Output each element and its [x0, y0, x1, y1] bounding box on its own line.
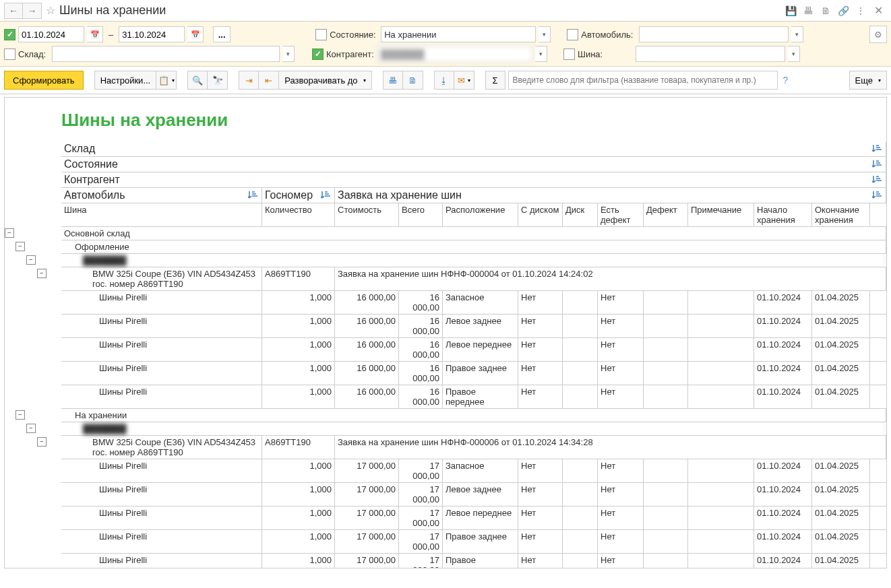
- tree-toggle[interactable]: −: [16, 410, 25, 420]
- request-cell[interactable]: Заявка на хранение шин НФНФ-000006 от 01…: [335, 436, 886, 459]
- car-dropdown-icon[interactable]: ▾: [791, 26, 803, 42]
- tire-name[interactable]: Шины Pirelli: [61, 291, 262, 314]
- tire-field[interactable]: [636, 46, 785, 62]
- tire-start: 01.10.2024: [754, 459, 812, 482]
- tire-name[interactable]: Шины Pirelli: [61, 459, 262, 482]
- storage-field[interactable]: [52, 46, 280, 62]
- save-button[interactable]: ⭳: [434, 71, 454, 90]
- sort-icon[interactable]: [872, 143, 883, 155]
- nav-forward-button[interactable]: →: [23, 3, 42, 19]
- expand-to-button[interactable]: Разворачивать до ▾: [279, 71, 371, 90]
- tire-hasdefect: Нет: [598, 362, 644, 385]
- tree-toggle[interactable]: −: [37, 437, 47, 447]
- find-next-button[interactable]: 🔭: [208, 71, 228, 90]
- tire-total: 17 000,00: [399, 507, 443, 529]
- period-ellipsis-button[interactable]: ...: [213, 26, 231, 42]
- tree-toggle[interactable]: −: [16, 242, 25, 251]
- tire-start: 01.10.2024: [754, 291, 812, 314]
- tree-toggle[interactable]: −: [26, 255, 36, 265]
- tire-name[interactable]: Шины Pirelli: [61, 315, 262, 337]
- more-vertical-icon[interactable]: ⋮: [853, 3, 868, 18]
- storage-dropdown-icon[interactable]: ▾: [282, 46, 295, 62]
- contragent-group[interactable]: ███████: [61, 254, 886, 267]
- tire-hasdefect: Нет: [598, 459, 644, 482]
- state-dropdown-icon[interactable]: ▾: [539, 26, 551, 42]
- save-icon[interactable]: 💾: [783, 3, 798, 18]
- tire-name[interactable]: Шины Pirelli: [61, 530, 262, 553]
- storage-group[interactable]: Основной склад: [61, 227, 886, 240]
- state-checkbox[interactable]: [315, 29, 327, 40]
- contragent-group[interactable]: ███████: [61, 422, 886, 435]
- tree-toggle[interactable]: −: [26, 424, 36, 433]
- tire-end: 01.04.2025: [812, 385, 870, 408]
- tire-hasdefect: Нет: [598, 530, 644, 553]
- tire-dropdown-icon[interactable]: ▾: [788, 46, 800, 62]
- report-area[interactable]: Шины на хранении Склад Состояние Контраг…: [4, 97, 887, 568]
- preview-icon[interactable]: 🗎: [818, 3, 833, 18]
- tire-start: 01.10.2024: [754, 315, 812, 337]
- tire-name[interactable]: Шины Pirelli: [61, 338, 262, 361]
- sort-icon[interactable]: [321, 189, 332, 201]
- sort-icon[interactable]: [248, 189, 259, 201]
- favorite-star-icon[interactable]: ☆: [46, 4, 55, 17]
- sort-icon[interactable]: [872, 174, 883, 186]
- state-group[interactable]: Оформление: [61, 240, 886, 253]
- storage-checkbox[interactable]: [4, 48, 16, 60]
- tire-defect: [644, 554, 688, 568]
- state-field[interactable]: На хранении: [381, 26, 536, 42]
- state-label: Состояние:: [330, 30, 378, 40]
- sort-icon[interactable]: [872, 158, 883, 170]
- date-to-input[interactable]: [119, 26, 185, 42]
- more-button[interactable]: Еще ▾: [849, 71, 887, 90]
- filter-settings-button[interactable]: ⚙: [869, 26, 887, 43]
- sum-button[interactable]: Σ: [485, 71, 505, 90]
- tire-name[interactable]: Шины Pirelli: [61, 483, 262, 506]
- tire-qty: 1,000: [262, 385, 335, 408]
- tree-toggle[interactable]: −: [37, 269, 47, 278]
- tree-toggle[interactable]: −: [5, 228, 14, 238]
- variants-button[interactable]: 📋▾: [156, 71, 177, 90]
- calendar-to-icon[interactable]: 📅: [187, 26, 204, 42]
- contragent-field[interactable]: ███████: [377, 46, 532, 62]
- tire-checkbox[interactable]: [563, 48, 575, 60]
- print-icon[interactable]: 🖶: [801, 3, 816, 18]
- filter-input[interactable]: [508, 71, 778, 90]
- date-from-input[interactable]: [18, 26, 84, 42]
- send-mail-button[interactable]: ✉▾: [454, 71, 474, 90]
- car-checkbox[interactable]: [567, 29, 578, 40]
- tire-disk: [563, 385, 598, 408]
- close-icon[interactable]: ✕: [871, 3, 886, 18]
- filter-panel: 📅 – 📅 ... Состояние: На хранении ▾ Автом…: [0, 22, 891, 67]
- car-cell[interactable]: BMW 325i Coupe (E36) VIN AD5434Z453 гос.…: [61, 436, 262, 459]
- settings-button[interactable]: Настройки...: [94, 71, 157, 90]
- car-cell[interactable]: BMW 325i Coupe (E36) VIN AD5434Z453 гос.…: [61, 267, 262, 290]
- tire-defect: [644, 315, 688, 337]
- tire-name[interactable]: Шины Pirelli: [61, 507, 262, 529]
- collapse-all-button[interactable]: ⇥: [239, 71, 259, 90]
- tire-note: [688, 554, 754, 568]
- find-button[interactable]: 🔍: [187, 71, 208, 90]
- car-field[interactable]: [639, 26, 789, 42]
- download-icon: ⭳: [439, 75, 448, 86]
- tire-name[interactable]: Шины Pirelli: [61, 554, 262, 568]
- period-checkbox[interactable]: [4, 29, 16, 40]
- nav-back-button[interactable]: ←: [4, 3, 23, 19]
- tire-name[interactable]: Шины Pirelli: [61, 362, 262, 385]
- expand-all-button[interactable]: ⇤: [259, 71, 279, 90]
- state-group[interactable]: На хранении: [61, 409, 886, 422]
- print-preview-button[interactable]: 🗎: [403, 71, 423, 90]
- sort-icon[interactable]: [872, 189, 883, 201]
- print-button[interactable]: 🖶: [383, 71, 403, 90]
- help-icon[interactable]: ?: [783, 75, 789, 86]
- contragent-checkbox[interactable]: [312, 48, 324, 60]
- link-icon[interactable]: 🔗: [836, 3, 851, 18]
- request-cell[interactable]: Заявка на хранение шин НФНФ-000004 от 01…: [335, 267, 886, 290]
- generate-button[interactable]: Сформировать: [4, 71, 84, 90]
- contragent-dropdown-icon[interactable]: ▾: [535, 46, 547, 62]
- tire-location: Запасное: [443, 291, 518, 314]
- tire-name[interactable]: Шины Pirelli: [61, 385, 262, 408]
- calendar-from-icon[interactable]: 📅: [87, 26, 103, 42]
- tire-cost: 16 000,00: [335, 385, 399, 408]
- tire-hasdefect: Нет: [598, 385, 644, 408]
- col-disk: Диск: [563, 203, 598, 226]
